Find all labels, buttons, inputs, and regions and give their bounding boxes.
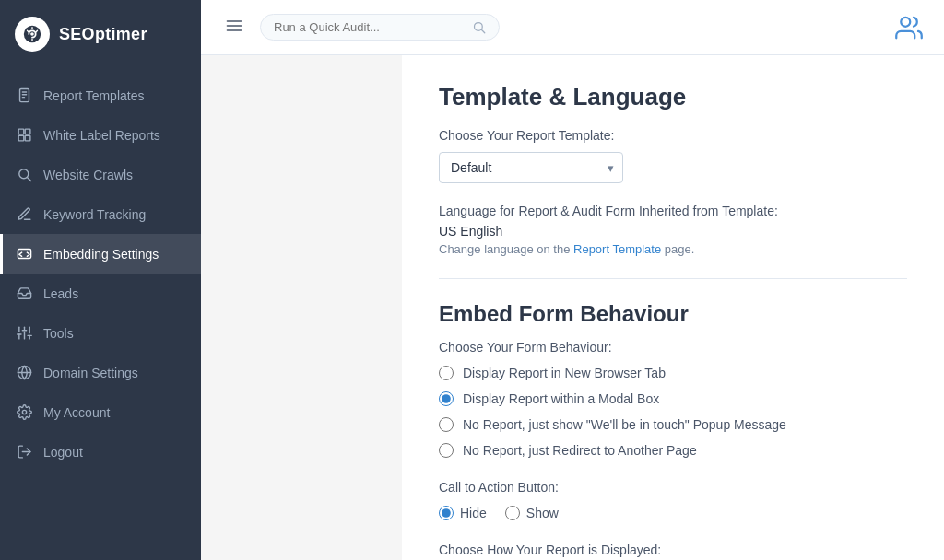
- cta-section: Call to Action Button: Hide Show: [439, 480, 907, 520]
- sidebar-item-website-crawls[interactable]: Website Crawls: [0, 155, 201, 194]
- inbox-icon: [17, 286, 32, 301]
- sidebar-item-label: Keyword Tracking: [43, 207, 146, 222]
- sidebar: SEOptimer Report Templates White Label R…: [0, 0, 201, 560]
- svg-rect-8: [18, 135, 24, 141]
- sidebar-item-label: White Label Reports: [43, 128, 160, 143]
- sidebar-item-label: My Account: [43, 405, 110, 420]
- sidebar-item-label: Domain Settings: [43, 366, 138, 380]
- logo-icon: [15, 17, 50, 52]
- svg-line-30: [481, 29, 484, 32]
- pen-icon: [17, 206, 32, 222]
- cta-radio-hide[interactable]: [439, 506, 454, 520]
- svg-rect-9: [25, 135, 30, 141]
- cta-radio-group: Hide Show: [439, 506, 907, 520]
- logo-text: SEOptimer: [59, 25, 148, 44]
- sidebar-item-label: Website Crawls: [43, 168, 133, 182]
- sidebar-logo[interactable]: SEOptimer: [0, 0, 201, 68]
- gear-icon: [17, 404, 32, 420]
- behaviour-option-redirect[interactable]: No Report, just Redirect to Another Page: [439, 443, 907, 458]
- hamburger-icon: [225, 17, 243, 35]
- template-select[interactable]: Default Custom 1 Custom 2: [439, 152, 623, 183]
- file-icon: [17, 88, 32, 103]
- sidebar-item-embedding-settings[interactable]: Embedding Settings: [0, 234, 201, 274]
- svg-rect-6: [18, 129, 24, 134]
- report-display-label: Choose How Your Report is Displayed:: [439, 542, 907, 557]
- report-display-section: Choose How Your Report is Displayed: PDF…: [439, 542, 907, 560]
- tag-icon: [17, 127, 32, 143]
- language-hint: Change language on the Report Template p…: [439, 242, 907, 256]
- sidebar-item-label: Embedding Settings: [43, 247, 159, 262]
- sidebar-item-keyword-tracking[interactable]: Keyword Tracking: [0, 194, 201, 234]
- language-title: Language for Report & Audit Form Inherit…: [439, 204, 907, 218]
- language-value: US English: [439, 224, 907, 239]
- embed-icon: [17, 246, 32, 262]
- behaviour-option-new-tab[interactable]: Display Report in New Browser Tab: [439, 366, 907, 380]
- search-input[interactable]: [274, 20, 465, 34]
- cta-radio-show[interactable]: [505, 506, 520, 520]
- report-template-link[interactable]: Report Template: [573, 242, 661, 256]
- sidebar-item-label: Tools: [43, 326, 74, 341]
- language-section: Language for Report & Audit Form Inherit…: [439, 204, 907, 256]
- cta-option-show[interactable]: Show: [505, 506, 559, 520]
- main-content: Template & Language Choose Your Report T…: [402, 55, 944, 560]
- svg-point-31: [901, 17, 910, 26]
- behaviour-option-touch-popup[interactable]: No Report, just show "We'll be in touch"…: [439, 417, 907, 432]
- svg-rect-7: [25, 129, 30, 134]
- sidebar-nav: Report Templates White Label Reports Web…: [0, 68, 201, 479]
- choose-template-label: Choose Your Report Template:: [439, 128, 907, 143]
- embed-behaviour-title: Embed Form Behaviour: [439, 301, 907, 327]
- behaviour-radio-group: Display Report in New Browser Tab Displa…: [439, 366, 907, 458]
- sidebar-item-logout[interactable]: Logout: [0, 432, 201, 472]
- tools-icon: [17, 325, 32, 341]
- behaviour-radio-redirect[interactable]: [439, 443, 454, 458]
- cta-option-hide[interactable]: Hide: [439, 506, 487, 520]
- svg-point-1: [30, 32, 34, 36]
- behaviour-radio-modal[interactable]: [439, 391, 454, 406]
- search-icon: [17, 167, 32, 182]
- sidebar-item-label: Logout: [43, 445, 83, 460]
- search-icon: [472, 20, 486, 34]
- globe-icon: [17, 365, 32, 380]
- sidebar-item-report-templates[interactable]: Report Templates: [0, 76, 201, 115]
- header: [201, 0, 944, 55]
- user-avatar[interactable]: [892, 11, 926, 44]
- template-language-title: Template & Language: [439, 83, 907, 111]
- search-bar[interactable]: [260, 14, 500, 41]
- cta-label: Call to Action Button:: [439, 480, 907, 495]
- sidebar-item-my-account[interactable]: My Account: [0, 392, 201, 432]
- sidebar-item-leads[interactable]: Leads: [0, 274, 201, 313]
- logout-icon: [17, 444, 32, 460]
- sidebar-item-white-label-reports[interactable]: White Label Reports: [0, 115, 201, 155]
- svg-line-11: [28, 178, 31, 181]
- sidebar-item-label: Report Templates: [43, 88, 144, 103]
- behaviour-radio-touch-popup[interactable]: [439, 417, 454, 432]
- sidebar-item-label: Leads: [43, 286, 78, 301]
- choose-behaviour-label: Choose Your Form Behaviour:: [439, 340, 907, 355]
- users-icon: [895, 14, 923, 41]
- section-divider: [439, 278, 907, 279]
- behaviour-option-modal[interactable]: Display Report within a Modal Box: [439, 391, 907, 406]
- svg-point-24: [22, 410, 26, 414]
- template-select-wrap[interactable]: Default Custom 1 Custom 2: [439, 152, 623, 183]
- sidebar-item-tools[interactable]: Tools: [0, 313, 201, 353]
- behaviour-radio-new-tab[interactable]: [439, 366, 454, 380]
- sidebar-item-domain-settings[interactable]: Domain Settings: [0, 353, 201, 392]
- hamburger-button[interactable]: [219, 11, 249, 43]
